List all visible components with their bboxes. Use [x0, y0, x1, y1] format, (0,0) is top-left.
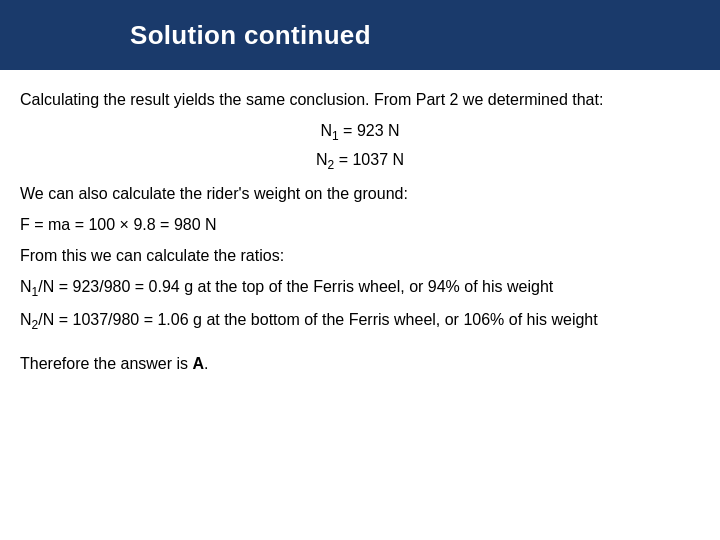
force-equation: F = ma = 100 × 9.8 = 980 N [20, 213, 700, 238]
content-area: Calculating the result yields the same c… [0, 70, 720, 540]
rider-weight-text: We can also calculate the rider's weight… [20, 182, 700, 207]
equations-block: N1 = 923 N N2 = 1037 N [20, 119, 700, 175]
equation-2: N2 = 1037 N [20, 148, 700, 175]
ratio-2-text: N2/N = 1037/980 = 1.06 g at the bottom o… [20, 308, 700, 335]
equation-1: N1 = 923 N [20, 119, 700, 146]
page-container: Solution continued Calculating the resul… [0, 0, 720, 540]
ratio-1-text: N1/N = 923/980 = 0.94 g at the top of th… [20, 275, 700, 302]
ratios-intro-text: From this we can calculate the ratios: [20, 244, 700, 269]
header-title: Solution continued [130, 20, 371, 51]
answer-line: Therefore the answer is A. [20, 352, 700, 377]
header: Solution continued [0, 0, 720, 70]
intro-text: Calculating the result yields the same c… [20, 88, 700, 113]
